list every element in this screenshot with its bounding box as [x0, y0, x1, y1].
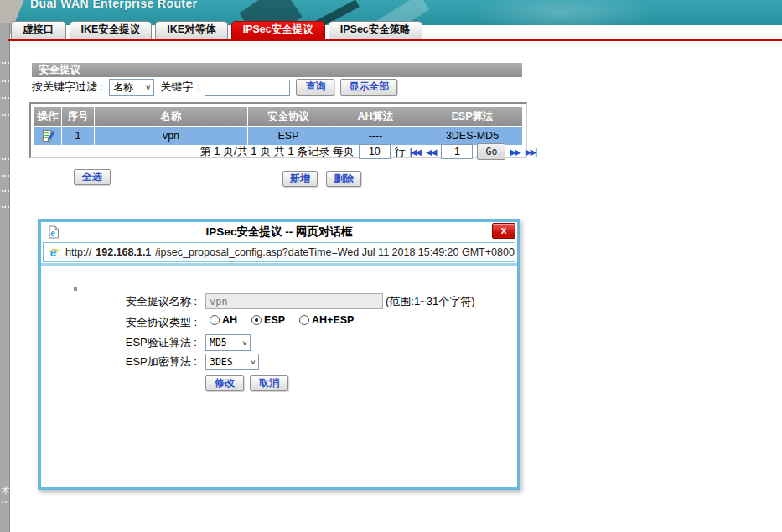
go-button[interactable]: Go: [477, 143, 505, 160]
product-title: Dual WAN Enterprise Router: [30, 0, 197, 10]
esp-enc-select[interactable]: 3DES ∨: [205, 354, 259, 370]
keyword-label: 关键字 :: [160, 80, 199, 95]
show-all-button[interactable]: 显示全部: [340, 79, 397, 96]
nav-dash: [2, 97, 9, 99]
nav-dash: [2, 114, 9, 116]
chevron-down-icon: ∨: [145, 84, 151, 91]
form-row-name: 安全提议名称 : (范围:1~31个字符): [41, 293, 517, 312]
delete-button[interactable]: 删除: [326, 171, 361, 187]
cancel-button[interactable]: 取消: [250, 375, 288, 391]
filter-row: 按关键字过滤 : 名称 ∨ 关键字 : 查询 显示全部: [32, 78, 397, 96]
chevron-down-icon: ∨: [242, 339, 247, 347]
filter-field-select[interactable]: 名称 ∨: [109, 79, 154, 96]
next-page-icon[interactable]: ▶▶: [510, 147, 520, 157]
pagination-summary: 第 1 页/共 1 页 共 1 条记录 每页: [200, 144, 355, 159]
filter-label: 按关键字过滤 :: [32, 80, 103, 95]
rows-label: 行: [395, 144, 406, 159]
tab-virtual-interface[interactable]: 虚接口: [11, 21, 66, 39]
dialog-title: IPSec安全提议 -- 网页对话框: [41, 225, 517, 240]
ie-icon: e: [48, 245, 61, 259]
form-row-protocol: 安全协议类型 : AH ESP AH+ESP: [41, 314, 517, 333]
page-number-input[interactable]: [441, 144, 473, 159]
col-header-action: 操作: [34, 107, 61, 126]
radio-esp[interactable]: ESP: [251, 314, 285, 326]
nav-dash: [2, 190, 9, 192]
proposal-table: 操作 序号 名称 安全协议 AH算法 ESP算法 1 vpn ESP ---- …: [34, 106, 523, 146]
dialog-body: 安全提议名称 : (范围:1~31个字符) 安全协议类型 : AH ESP A: [41, 266, 517, 486]
form-row-esp-auth: ESP验证算法 : MD5 ∨: [41, 334, 517, 353]
esp-auth-value: MD5: [210, 337, 227, 349]
search-button[interactable]: 查询: [296, 79, 334, 96]
name-range-hint: (范围:1~31个字符): [386, 293, 475, 310]
modify-button[interactable]: 修改: [205, 375, 244, 391]
keyword-input[interactable]: [205, 80, 290, 96]
filter-field-value: 名称: [113, 80, 133, 95]
dialog-titlebar: e IPSec安全提议 -- 网页对话框 x: [41, 222, 517, 242]
nav-dash: [2, 175, 9, 177]
banner-decoration: [469, 0, 654, 25]
nav-dash: [2, 158, 9, 160]
col-header-ah: AH算法: [329, 107, 422, 126]
radio-ah[interactable]: AH: [210, 314, 237, 326]
tab-ike-peer[interactable]: IKE对等体: [155, 21, 227, 39]
table-header-row: 操作 序号 名称 安全协议 AH算法 ESP算法: [34, 107, 522, 126]
radio-ah-esp-label: AH+ESP: [312, 314, 354, 326]
close-icon[interactable]: x: [492, 223, 515, 239]
name-label: 安全提议名称 :: [41, 293, 197, 310]
radio-ah-esp[interactable]: AH+ESP: [299, 314, 354, 326]
nav-dash: [2, 62, 9, 64]
radio-ah-esp-circle[interactable]: [299, 315, 309, 325]
nav-clipped-text: 术: [1, 484, 10, 497]
dialog-address-bar[interactable]: e http://192.168.1.1/ipsec_proposal_conf…: [43, 242, 515, 262]
select-all-button[interactable]: 全选: [74, 169, 111, 185]
ipsec-proposal-dialog: e IPSec安全提议 -- 网页对话框 x e http://192.168.…: [38, 219, 520, 490]
tab-underline: [8, 39, 782, 41]
pagination-bar: 第 1 页/共 1 页 共 1 条记录 每页 行 |◀◀ ◀◀ Go ▶▶ ▶▶…: [29, 142, 537, 161]
nav-dash: [2, 80, 9, 82]
col-header-index: 序号: [62, 107, 94, 126]
prev-page-icon[interactable]: ◀◀: [426, 147, 437, 157]
tab-ipsec-proposal[interactable]: IPSec安全提议: [231, 21, 325, 39]
radio-ah-label: AH: [222, 314, 237, 326]
url-path: /ipsec_proposal_config.asp?dateTime=Wed …: [155, 245, 515, 260]
tab-ike-proposal[interactable]: IKE安全提议: [70, 21, 153, 39]
esp-auth-label: ESP验证算法 :: [41, 334, 197, 351]
section-title: 安全提议: [32, 63, 522, 77]
svg-text:e: e: [50, 245, 57, 259]
last-page-icon[interactable]: ▶▶|: [526, 147, 537, 157]
radio-esp-label: ESP: [264, 314, 285, 326]
protocol-label: 安全协议类型 :: [41, 314, 197, 331]
radio-ah-circle[interactable]: [210, 315, 220, 325]
esp-enc-label: ESP加密算法 :: [41, 354, 197, 370]
first-page-icon[interactable]: |◀◀: [410, 147, 422, 157]
url-protocol: http://: [65, 246, 91, 258]
col-header-name: 名称: [95, 107, 247, 126]
chevron-down-icon: ∨: [251, 359, 256, 366]
col-header-esp: ESP算法: [422, 107, 522, 126]
url-host: 192.168.1.1: [96, 246, 151, 258]
cursor-artifact: [74, 287, 77, 291]
esp-auth-select[interactable]: MD5 ∨: [205, 334, 251, 351]
nav-dash: [2, 206, 9, 208]
form-row-esp-enc: ESP加密算法 : 3DES ∨: [41, 354, 517, 372]
radio-esp-circle[interactable]: [251, 315, 262, 325]
per-page-input[interactable]: [359, 144, 391, 159]
edit-icon[interactable]: [42, 129, 54, 142]
col-header-protocol: 安全协议: [248, 107, 329, 126]
tab-ipsec-policy[interactable]: IPSec安全策略: [329, 21, 422, 39]
proposal-name-input[interactable]: [205, 293, 383, 309]
add-button[interactable]: 新增: [282, 171, 318, 187]
esp-enc-value: 3DES: [210, 356, 233, 368]
tab-bar: 虚接口 IKE安全提议 IKE对等体 IPSec安全提议 IPSec安全策略: [11, 21, 422, 39]
left-nav-edge: 术: [0, 23, 10, 532]
nav-dash: [2, 501, 7, 503]
form-row-buttons: 修改 取消: [41, 375, 517, 394]
